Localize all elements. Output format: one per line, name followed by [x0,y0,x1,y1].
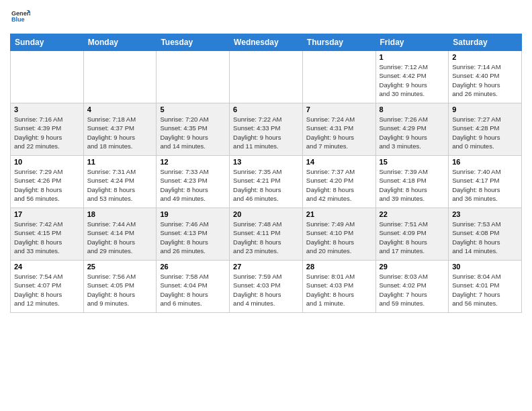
day-number: 6 [233,105,299,113]
day-of-week-header: Tuesday [157,34,230,51]
day-number: 30 [452,263,518,271]
calendar-day-cell: 7Sunrise: 7:24 AM Sunset: 4:31 PM Daylig… [302,103,375,156]
calendar-week-row: 10Sunrise: 7:29 AM Sunset: 4:26 PM Dayli… [11,156,522,208]
day-number: 2 [452,53,518,61]
calendar-day-cell: 19Sunrise: 7:46 AM Sunset: 4:13 PM Dayli… [157,208,230,261]
calendar-day-cell [157,51,230,103]
day-info: Sunrise: 7:53 AM Sunset: 4:08 PM Dayligh… [452,220,518,255]
day-info: Sunrise: 7:31 AM Sunset: 4:24 PM Dayligh… [87,167,153,203]
day-info: Sunrise: 7:49 AM Sunset: 4:10 PM Dayligh… [306,220,372,255]
calendar-day-cell: 16Sunrise: 7:40 AM Sunset: 4:17 PM Dayli… [449,156,522,208]
day-info: Sunrise: 7:39 AM Sunset: 4:18 PM Dayligh… [380,167,445,203]
day-info: Sunrise: 7:59 AM Sunset: 4:03 PM Dayligh… [233,272,299,308]
day-info: Sunrise: 7:56 AM Sunset: 4:05 PM Dayligh… [87,272,153,308]
day-info: Sunrise: 8:04 AM Sunset: 4:01 PM Dayligh… [452,272,518,308]
day-info: Sunrise: 7:54 AM Sunset: 4:07 PM Dayligh… [14,272,80,308]
day-info: Sunrise: 8:03 AM Sunset: 4:02 PM Dayligh… [380,272,445,308]
day-number: 14 [306,158,372,166]
calendar-day-cell: 28Sunrise: 8:01 AM Sunset: 4:03 PM Dayli… [302,261,375,313]
day-info: Sunrise: 7:46 AM Sunset: 4:13 PM Dayligh… [160,220,226,255]
calendar-week-row: 3Sunrise: 7:16 AM Sunset: 4:39 PM Daylig… [11,103,522,156]
day-info: Sunrise: 7:12 AM Sunset: 4:42 PM Dayligh… [380,62,445,98]
day-number: 24 [14,263,80,271]
day-number: 5 [160,105,226,113]
header: General Blue [10,7,522,28]
day-number: 17 [14,210,80,218]
calendar-day-cell: 14Sunrise: 7:37 AM Sunset: 4:20 PM Dayli… [302,156,375,208]
day-number: 8 [380,105,445,113]
day-number: 16 [452,158,518,166]
day-number: 7 [306,105,372,113]
calendar-day-cell: 23Sunrise: 7:53 AM Sunset: 4:08 PM Dayli… [449,208,522,261]
day-info: Sunrise: 7:26 AM Sunset: 4:29 PM Dayligh… [380,115,445,150]
day-info: Sunrise: 7:18 AM Sunset: 4:37 PM Dayligh… [87,115,153,150]
day-number: 4 [87,105,153,113]
calendar-week-row: 17Sunrise: 7:42 AM Sunset: 4:15 PM Dayli… [11,208,522,261]
day-info: Sunrise: 7:58 AM Sunset: 4:04 PM Dayligh… [160,272,226,308]
day-number: 3 [14,105,80,113]
day-info: Sunrise: 7:44 AM Sunset: 4:14 PM Dayligh… [87,220,153,255]
calendar-day-cell: 11Sunrise: 7:31 AM Sunset: 4:24 PM Dayli… [83,156,157,208]
calendar-day-cell: 22Sunrise: 7:51 AM Sunset: 4:09 PM Dayli… [375,208,449,261]
day-info: Sunrise: 7:20 AM Sunset: 4:35 PM Dayligh… [160,115,226,150]
day-info: Sunrise: 7:40 AM Sunset: 4:17 PM Dayligh… [452,167,518,203]
day-number: 19 [160,210,226,218]
calendar-day-cell: 27Sunrise: 7:59 AM Sunset: 4:03 PM Dayli… [230,261,303,313]
calendar-day-cell [11,51,84,103]
day-of-week-header: Thursday [302,34,375,51]
day-info: Sunrise: 7:14 AM Sunset: 4:40 PM Dayligh… [452,62,518,98]
day-number: 29 [380,263,445,271]
day-info: Sunrise: 7:22 AM Sunset: 4:33 PM Dayligh… [233,115,299,150]
calendar-day-cell: 17Sunrise: 7:42 AM Sunset: 4:15 PM Dayli… [11,208,84,261]
day-number: 22 [380,210,445,218]
day-number: 10 [14,158,80,166]
day-number: 25 [87,263,153,271]
calendar-day-cell: 24Sunrise: 7:54 AM Sunset: 4:07 PM Dayli… [11,261,84,313]
day-number: 15 [380,158,445,166]
calendar-day-cell: 12Sunrise: 7:33 AM Sunset: 4:23 PM Dayli… [157,156,230,208]
day-of-week-header: Monday [83,34,157,51]
day-number: 18 [87,210,153,218]
calendar-day-cell: 9Sunrise: 7:27 AM Sunset: 4:28 PM Daylig… [449,103,522,156]
day-number: 9 [452,105,518,113]
day-number: 23 [452,210,518,218]
calendar-day-cell: 15Sunrise: 7:39 AM Sunset: 4:18 PM Dayli… [375,156,449,208]
calendar-week-row: 24Sunrise: 7:54 AM Sunset: 4:07 PM Dayli… [11,261,522,313]
day-info: Sunrise: 7:16 AM Sunset: 4:39 PM Dayligh… [14,115,80,150]
calendar-day-cell [83,51,157,103]
day-info: Sunrise: 7:33 AM Sunset: 4:23 PM Dayligh… [160,167,226,203]
day-info: Sunrise: 7:24 AM Sunset: 4:31 PM Dayligh… [306,115,372,150]
calendar-day-cell: 2Sunrise: 7:14 AM Sunset: 4:40 PM Daylig… [449,51,522,103]
calendar-day-cell: 4Sunrise: 7:18 AM Sunset: 4:37 PM Daylig… [83,103,157,156]
day-info: Sunrise: 7:37 AM Sunset: 4:20 PM Dayligh… [306,167,372,203]
calendar-day-cell: 3Sunrise: 7:16 AM Sunset: 4:39 PM Daylig… [11,103,84,156]
day-number: 20 [233,210,299,218]
calendar-day-cell: 25Sunrise: 7:56 AM Sunset: 4:05 PM Dayli… [83,261,157,313]
logo-content: General Blue [10,7,30,28]
calendar-day-cell: 20Sunrise: 7:48 AM Sunset: 4:11 PM Dayli… [230,208,303,261]
calendar-day-cell: 6Sunrise: 7:22 AM Sunset: 4:33 PM Daylig… [230,103,303,156]
day-info: Sunrise: 7:48 AM Sunset: 4:11 PM Dayligh… [233,220,299,255]
day-number: 13 [233,158,299,166]
svg-text:Blue: Blue [11,16,25,23]
day-number: 21 [306,210,372,218]
calendar-day-cell: 29Sunrise: 8:03 AM Sunset: 4:02 PM Dayli… [375,261,449,313]
day-number: 28 [306,263,372,271]
calendar-day-cell: 18Sunrise: 7:44 AM Sunset: 4:14 PM Dayli… [83,208,157,261]
calendar-week-row: 1Sunrise: 7:12 AM Sunset: 4:42 PM Daylig… [11,51,522,103]
logo: General Blue [10,7,30,28]
day-number: 11 [87,158,153,166]
day-of-week-header: Sunday [11,34,84,51]
calendar-day-cell: 5Sunrise: 7:20 AM Sunset: 4:35 PM Daylig… [157,103,230,156]
calendar-day-cell: 26Sunrise: 7:58 AM Sunset: 4:04 PM Dayli… [157,261,230,313]
calendar-day-cell: 13Sunrise: 7:35 AM Sunset: 4:21 PM Dayli… [230,156,303,208]
day-info: Sunrise: 7:27 AM Sunset: 4:28 PM Dayligh… [452,115,518,150]
day-info: Sunrise: 7:42 AM Sunset: 4:15 PM Dayligh… [14,220,80,255]
calendar-day-cell: 10Sunrise: 7:29 AM Sunset: 4:26 PM Dayli… [11,156,84,208]
calendar-day-cell: 8Sunrise: 7:26 AM Sunset: 4:29 PM Daylig… [375,103,449,156]
calendar-day-cell [230,51,303,103]
day-of-week-header: Friday [375,34,449,51]
calendar-day-cell: 30Sunrise: 8:04 AM Sunset: 4:01 PM Dayli… [449,261,522,313]
calendar-header-row: SundayMondayTuesdayWednesdayThursdayFrid… [11,34,522,51]
day-info: Sunrise: 7:29 AM Sunset: 4:26 PM Dayligh… [14,167,80,203]
